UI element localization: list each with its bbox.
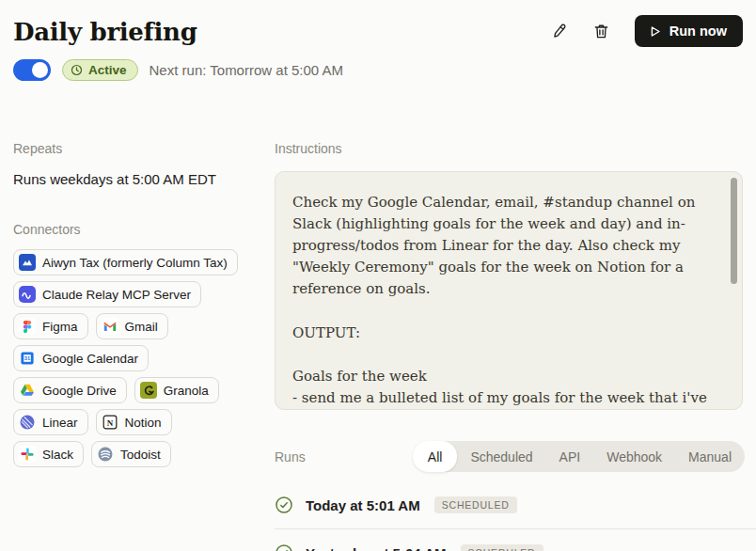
instructions-text: Check my Google Calendar, email, #standu… [292, 192, 714, 410]
toggle-knob [32, 62, 48, 78]
run-now-label: Run now [669, 24, 727, 39]
delete-button[interactable] [587, 17, 616, 46]
connector-label: Figma [42, 320, 78, 334]
connector-chip[interactable]: Slack [13, 441, 84, 467]
runs-filter-tab[interactable]: All [413, 441, 458, 472]
connector-chip[interactable]: Todoist [91, 441, 171, 467]
play-icon [648, 24, 662, 39]
runs-label: Runs [275, 449, 306, 464]
status-badge: Active [62, 59, 138, 81]
connector-chip[interactable]: 31 Google Calendar [13, 345, 149, 371]
connector-label: Google Calendar [42, 352, 138, 366]
left-column: Repeats Runs weekdays at 5:00 AM EDT Con… [13, 141, 275, 551]
slack-icon [19, 446, 36, 463]
connector-label: Claude Relay MCP Server [42, 288, 191, 302]
check-circle-icon [275, 543, 293, 551]
connector-label: Google Drive [42, 384, 117, 398]
google-drive-icon [19, 382, 36, 399]
connector-label: Granola [164, 384, 209, 398]
edit-button[interactable] [544, 17, 574, 46]
repeats-value: Runs weekdays at 5:00 AM EDT [13, 171, 275, 187]
connector-label: Gmail [125, 320, 158, 334]
edit-pencil-icon [550, 23, 568, 40]
connector-chip[interactable]: Aiwyn Tax (formerly Column Tax) [13, 249, 238, 276]
header-actions: Run now [544, 15, 743, 47]
runs-filter-tab[interactable]: API [546, 441, 594, 472]
repeats-label: Repeats [13, 141, 275, 156]
run-now-button[interactable]: Run now [635, 15, 743, 47]
check-circle-icon [275, 496, 293, 514]
run-type-badge: SCHEDULED [461, 544, 543, 551]
page-header: Daily briefing Run now [0, 0, 756, 47]
right-column: Instructions Check my Google Calendar, e… [275, 141, 756, 551]
svg-text:31: 31 [24, 355, 31, 361]
connector-chip[interactable]: Google Drive [13, 377, 127, 403]
runs-filter-tab[interactable]: Manual [675, 441, 745, 472]
connector-chip[interactable]: Claude Relay MCP Server [13, 281, 201, 307]
connector-label: Linear [42, 416, 78, 430]
run-row[interactable]: Today at 5:01 AM SCHEDULED [275, 481, 756, 528]
granola-icon [140, 382, 157, 399]
run-row[interactable]: Yesterday at 5:04 AM SCHEDULED [275, 528, 756, 551]
status-badge-label: Active [88, 63, 127, 77]
claude-relay-icon [19, 286, 36, 303]
connector-chip[interactable]: Figma [13, 313, 88, 339]
linear-icon [19, 414, 36, 431]
connectors-label: Connectors [13, 222, 275, 237]
run-title: Today at 5:01 AM [306, 497, 420, 513]
google-calendar-icon: 31 [19, 350, 36, 367]
trash-icon [592, 23, 610, 40]
runs-filter-tab[interactable]: Scheduled [457, 441, 545, 472]
status-row: Active Next run: Tomorrow at 5:00 AM [13, 59, 743, 81]
instructions-label: Instructions [275, 141, 756, 156]
svg-text:N: N [106, 418, 113, 428]
connector-chip[interactable]: N Notion [96, 409, 172, 435]
connector-label: Aiwyn Tax (formerly Column Tax) [42, 256, 228, 270]
runs-filter-tab[interactable]: Webhook [593, 441, 675, 472]
main-content: Repeats Runs weekdays at 5:00 AM EDT Con… [0, 141, 756, 551]
connector-chip[interactable]: Granola [134, 377, 219, 403]
active-toggle[interactable] [13, 59, 51, 81]
runs-header: Runs All Scheduled API Webhook Manual [275, 441, 745, 472]
instructions-scrollbar[interactable] [731, 178, 737, 284]
instructions-field[interactable]: Check my Google Calendar, email, #standu… [275, 171, 743, 410]
notion-icon: N [102, 414, 118, 431]
connectors-list: Aiwyn Tax (formerly Column Tax) Claude R… [13, 249, 248, 467]
connector-label: Notion [125, 416, 162, 430]
gmail-icon [102, 318, 118, 335]
aiwyn-icon [19, 254, 36, 271]
connector-label: Slack [42, 448, 73, 462]
page-title: Daily briefing [13, 15, 197, 46]
next-run-text: Next run: Tomorrow at 5:00 AM [150, 62, 343, 78]
connector-label: Todoist [120, 448, 161, 462]
clock-icon [71, 64, 83, 76]
runs-list: Today at 5:01 AM SCHEDULED Yesterday at … [275, 481, 756, 551]
todoist-icon [97, 446, 114, 463]
runs-filter-tabs: All Scheduled API Webhook Manual [413, 441, 745, 472]
figma-icon [19, 318, 36, 335]
connector-chip[interactable]: Linear [13, 409, 88, 435]
run-title: Yesterday at 5:04 AM [306, 545, 447, 551]
run-type-badge: SCHEDULED [434, 496, 517, 513]
connector-chip[interactable]: Gmail [96, 313, 168, 339]
